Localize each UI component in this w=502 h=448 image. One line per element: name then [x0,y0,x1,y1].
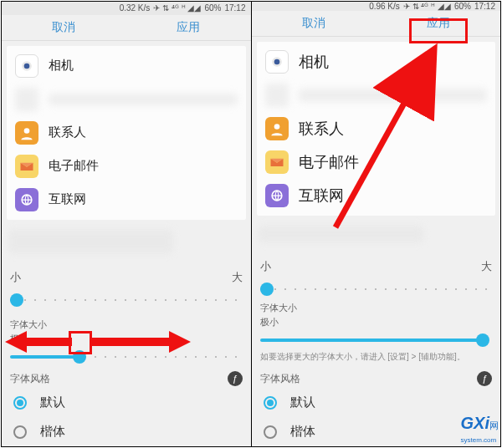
status-icons: ✈ ⇅ ⁴ᴳ ᴴ ◢◢ [403,2,451,11]
option-label: 默认 [40,395,65,410]
blurred-icon [265,84,289,107]
phone-right: 0.96 K/s ✈ ⇅ ⁴ᴳ ᴴ ◢◢ 60% 17:12 取消 应用 相机 … [252,2,501,446]
arrow-right-icon [90,329,191,354]
status-icons: ✈ ⇅ ⁴ᴳ ᴴ ◢◢ [153,3,201,13]
font-style-label: 字体风格 [10,372,50,386]
blurred-label [49,94,238,105]
list-item: 互联网 [7,183,246,216]
icon-size-slider[interactable] [260,279,493,292]
font-option-kaiti[interactable]: 楷体 [2,417,251,446]
size-large: 大 [481,259,492,274]
icon-size-labels: 小 大 [2,258,251,287]
radio-off-icon [13,425,27,439]
contacts-icon [265,117,289,140]
font-option-default[interactable]: 默认 [2,388,251,417]
option-label: 楷体 [40,424,65,440]
icon-size-labels: 小 大 [252,247,501,276]
font-size-label: 字体大小 [252,302,501,314]
font-help-icon[interactable]: ƒ [228,371,243,386]
cancel-button[interactable]: 取消 [252,11,376,36]
internet-icon [265,184,289,207]
size-small: 小 [260,259,271,274]
internet-icon [15,188,38,211]
app-label: 相机 [49,58,238,74]
font-option-default[interactable]: 默认 [252,388,501,417]
svg-marker-4 [5,331,72,353]
email-icon [15,155,38,178]
clock: 17:12 [224,3,245,13]
app-preview-list: 相机 联系人 电子邮件 互联网 [7,46,246,220]
size-small: 小 [10,270,21,285]
font-style-header: 字体风格 ƒ [252,368,501,388]
status-bar: 0.96 K/s ✈ ⇅ ⁴ᴳ ᴴ ◢◢ 60% 17:12 [252,2,501,11]
net-speed: 0.96 K/s [369,2,400,11]
size-large: 大 [232,270,243,285]
blurred-region [8,230,244,253]
list-item: 电子邮件 [7,150,246,183]
clock: 17:12 [474,2,495,11]
font-style-header: 字体风格 ƒ [2,368,251,388]
font-min-label: 极小 [252,316,501,328]
list-item: 联系人 [7,116,246,150]
option-label: 楷体 [290,424,315,440]
app-label: 电子邮件 [49,158,238,174]
arrow-left-icon [5,329,72,354]
camera-icon [265,50,289,74]
camera-icon [15,54,38,78]
list-item [7,83,246,116]
cancel-button[interactable]: 取消 [2,15,126,40]
phone-left: 0.32 K/s ✈ ⇅ ⁴ᴳ ᴴ ◢◢ 60% 17:12 取消 应用 相机 … [2,2,252,446]
svg-marker-5 [90,331,191,353]
battery-pct: 60% [454,2,471,11]
option-label: 默认 [290,395,315,410]
header-bar: 取消 应用 [2,15,251,41]
radio-on-icon [13,396,27,410]
icon-size-slider[interactable] [10,290,243,308]
highlight-box-apply [409,18,468,43]
apply-button[interactable]: 应用 [126,15,251,40]
arrow-diagonal-icon [327,43,444,236]
email-icon [265,150,289,174]
font-size-slider[interactable] [260,330,493,343]
svg-point-8 [274,124,279,130]
svg-point-2 [24,128,30,134]
font-style-label: 字体风格 [260,372,300,386]
svg-point-7 [274,59,279,65]
app-label: 互联网 [49,191,238,207]
net-speed: 0.32 K/s [120,3,151,13]
battery-pct: 60% [204,3,221,13]
svg-point-1 [24,64,30,69]
contacts-icon [15,121,38,145]
svg-line-11 [336,53,432,227]
watermark: GXi网 system.com [461,414,499,445]
app-label: 联系人 [49,125,238,140]
blurred-icon [15,88,38,111]
list-item: 相机 [7,49,246,83]
radio-on-icon [264,396,277,410]
font-size-hint: 如要选择更大的字体大小，请进入 [设置] > [辅助功能]。 [252,346,501,368]
status-bar: 0.32 K/s ✈ ⇅ ⁴ᴳ ᴴ ◢◢ 60% 17:12 [2,2,251,15]
highlight-box-slider [69,331,92,354]
radio-off-icon [264,425,277,439]
font-help-icon[interactable]: ƒ [477,371,492,386]
